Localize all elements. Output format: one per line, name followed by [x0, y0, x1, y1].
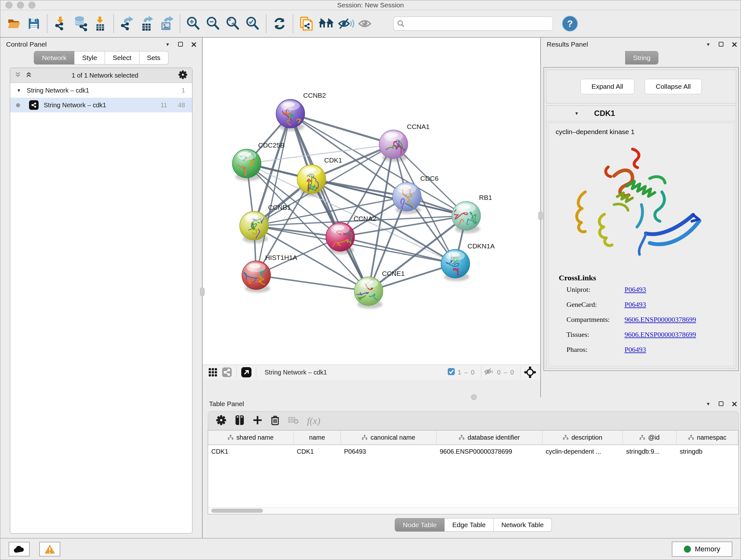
- column-header[interactable]: description: [542, 430, 623, 444]
- birdseye-view-button[interactable]: [239, 367, 253, 378]
- column-header[interactable]: canonical name: [341, 430, 436, 444]
- column-header[interactable]: namespac: [677, 430, 738, 444]
- show-columns-button[interactable]: [235, 415, 245, 427]
- table-cell[interactable]: CDK1: [293, 445, 341, 458]
- network-node-ccnb1[interactable]: CCNB1: [240, 204, 291, 243]
- network-node-cdk1[interactable]: CDK1: [297, 157, 342, 198]
- table-options-gear-button[interactable]: [216, 415, 226, 427]
- table-cell[interactable]: CDK1: [208, 445, 293, 458]
- tab-sets[interactable]: Sets: [139, 51, 169, 64]
- tab-select[interactable]: Select: [105, 51, 139, 64]
- column-header[interactable]: database identifier: [436, 430, 542, 444]
- panel-collapse-button[interactable]: ▼: [706, 42, 711, 47]
- panel-close-button[interactable]: [192, 42, 196, 47]
- delete-column-button[interactable]: [271, 415, 280, 427]
- panel-float-button[interactable]: [719, 42, 724, 47]
- network-node-ccnb2[interactable]: CCNB2: [276, 91, 326, 131]
- panel-float-button[interactable]: [719, 401, 724, 407]
- tab-string[interactable]: String: [625, 51, 659, 64]
- zoom-out-button[interactable]: [203, 14, 223, 34]
- scrollbar-thumb[interactable]: [211, 509, 263, 513]
- hide-selected-button[interactable]: [336, 14, 356, 34]
- left-splitter-handle[interactable]: [200, 287, 205, 296]
- column-header[interactable]: name: [293, 430, 341, 444]
- table-row[interactable]: CDK1CDK1P064939606.ENSP00000378699cyclin…: [208, 445, 738, 458]
- table-cell[interactable]: stringdb:9...: [623, 445, 677, 458]
- copy-network-button[interactable]: [296, 14, 316, 34]
- open-session-button[interactable]: [4, 14, 24, 34]
- network-edge[interactable]: [290, 114, 368, 291]
- import-network-from-database-button[interactable]: [71, 14, 90, 34]
- node-selection-mode-button[interactable]: [523, 367, 537, 378]
- table-cell[interactable]: cyclin-dependent ...: [542, 445, 623, 458]
- column-header[interactable]: shared name: [208, 430, 293, 444]
- collapse-all-networks-button[interactable]: [15, 71, 21, 79]
- panel-float-button[interactable]: [178, 42, 183, 47]
- cytoscape-window: Session: New Session: [0, 0, 741, 560]
- crosslink-link[interactable]: P06493: [624, 300, 646, 309]
- table-horizontal-scrollbar[interactable]: [208, 507, 738, 514]
- network-node-hist1h1a[interactable]: HIST1H1A: [241, 254, 297, 293]
- panel-collapse-button[interactable]: ▼: [706, 401, 711, 406]
- network-edge[interactable]: [290, 114, 394, 144]
- tab-edge-table[interactable]: Edge Table: [445, 518, 494, 532]
- tab-network-table[interactable]: Network Table: [494, 518, 552, 532]
- warning-status-button[interactable]: [39, 542, 60, 557]
- search-field[interactable]: [394, 17, 553, 30]
- home-networks-button[interactable]: [316, 14, 336, 34]
- table-cell[interactable]: P06493: [341, 445, 436, 458]
- export-network-to-file-button[interactable]: [117, 14, 137, 34]
- right-splitter-handle[interactable]: [538, 211, 543, 220]
- entry-expand-arrow[interactable]: ▼: [575, 111, 579, 116]
- collection-expand-arrow[interactable]: ▼: [17, 88, 21, 92]
- selected-checkbox-icon[interactable]: [448, 368, 455, 377]
- network-canvas[interactable]: CCNB2CCNA1CDC25BCDK1CDC6RB1CCNB1CCNA2CDK…: [203, 38, 540, 365]
- crosslink-link[interactable]: 9606.ENSP00000378699: [624, 315, 696, 324]
- export-table-to-file-button[interactable]: [137, 14, 157, 34]
- network-node-cdkn1a[interactable]: CDKN1A: [441, 242, 495, 286]
- collapse-all-button[interactable]: Collapse All: [645, 79, 702, 94]
- save-session-button[interactable]: [24, 14, 44, 34]
- grid-view-button[interactable]: [206, 367, 220, 378]
- crosslink-link[interactable]: P06493: [624, 286, 646, 294]
- network-options-gear-button[interactable]: [178, 70, 188, 81]
- expand-all-button[interactable]: Expand All: [581, 79, 634, 94]
- import-table-from-file-button[interactable]: [90, 14, 110, 34]
- network-edge[interactable]: [290, 114, 466, 216]
- tab-style[interactable]: Style: [74, 51, 105, 64]
- show-all-button[interactable]: [356, 14, 376, 34]
- tab-node-table[interactable]: Node Table: [395, 518, 445, 532]
- panel-close-button[interactable]: [732, 401, 737, 407]
- zoom-in-button[interactable]: [184, 14, 203, 34]
- table-cell[interactable]: stringdb: [677, 445, 738, 458]
- selected-node-edge-counts: 1 – 0: [458, 369, 475, 376]
- help-button[interactable]: ?: [562, 16, 578, 32]
- column-header[interactable]: @id: [623, 430, 677, 444]
- refresh-style-button[interactable]: [270, 14, 289, 34]
- results-panel-tabs: String: [541, 51, 741, 64]
- panel-collapse-button[interactable]: ▼: [165, 42, 170, 47]
- memory-button[interactable]: Memory: [672, 542, 732, 557]
- horizontal-splitter-handle[interactable]: [471, 394, 477, 400]
- tab-network[interactable]: Network: [34, 51, 74, 64]
- zoom-selected-button[interactable]: [243, 14, 263, 34]
- network-edge[interactable]: [256, 275, 368, 291]
- create-column-button[interactable]: [253, 415, 262, 426]
- entry-header[interactable]: ▼ CDK1: [546, 106, 736, 121]
- zoom-fit-content-button[interactable]: [223, 14, 243, 34]
- expand-all-networks-button[interactable]: [25, 71, 32, 79]
- cloud-status-button[interactable]: [9, 542, 30, 557]
- import-network-from-file-button[interactable]: [51, 14, 71, 34]
- search-input[interactable]: [407, 20, 549, 28]
- network-row[interactable]: String Network – cdk1 11 48: [10, 98, 192, 112]
- crosslink-link[interactable]: P06493: [624, 346, 646, 354]
- table-cell[interactable]: 9606.ENSP00000378699: [436, 445, 542, 458]
- network-share-view-button[interactable]: [220, 367, 234, 378]
- crosslink-link[interactable]: 9606.ENSP00000378699: [624, 330, 696, 339]
- panel-close-button[interactable]: [732, 42, 737, 47]
- network-graph[interactable]: CCNB2CCNA1CDC25BCDK1CDC6RB1CCNB1CCNA2CDK…: [203, 38, 540, 365]
- network-node-rb1[interactable]: RB1: [451, 194, 492, 236]
- network-collection-row[interactable]: ▼ String Network – cdk1 1: [10, 83, 192, 98]
- export-image-button[interactable]: [157, 14, 177, 34]
- network-node-ccna1[interactable]: CCNA1: [379, 123, 429, 162]
